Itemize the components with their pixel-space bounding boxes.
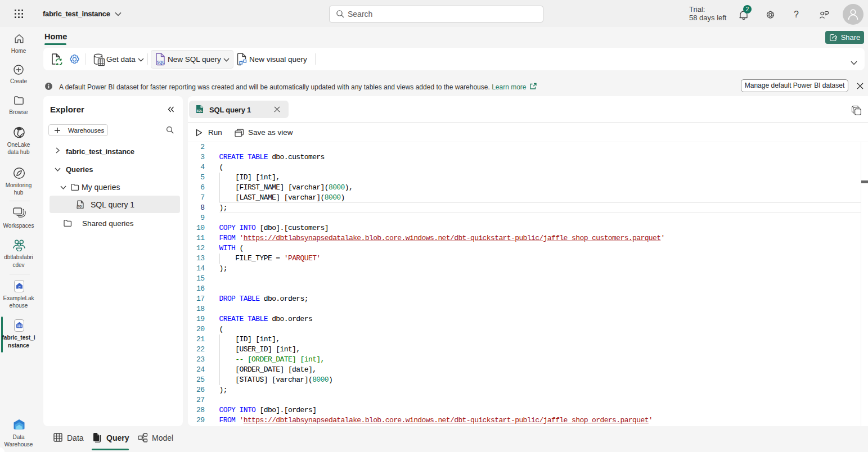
- svg-text:SQL: SQL: [197, 110, 203, 112]
- svg-text:SQL: SQL: [78, 205, 83, 208]
- svg-text:2: 2: [746, 6, 749, 12]
- svg-text:SQL: SQL: [157, 60, 164, 65]
